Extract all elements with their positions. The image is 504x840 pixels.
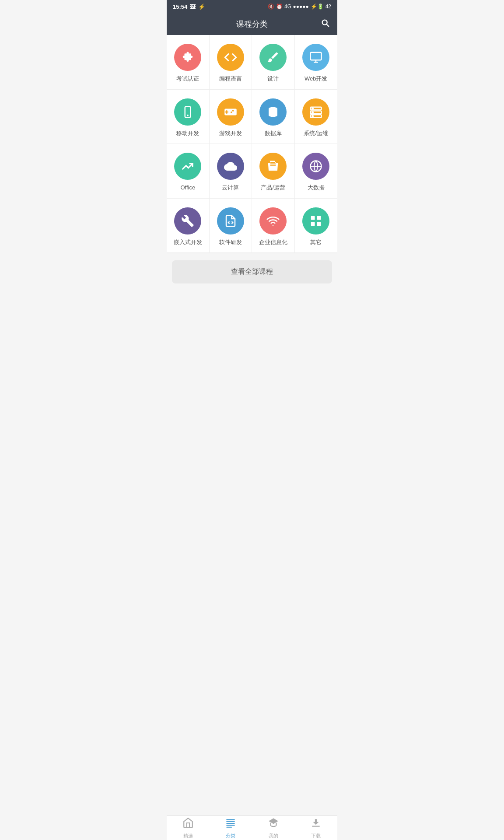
mobile-icon	[174, 98, 201, 126]
search-button[interactable]	[317, 18, 330, 30]
header: 课程分类	[167, 13, 337, 35]
code-icon	[217, 44, 244, 71]
svg-rect-2	[311, 52, 322, 60]
category-grid: 考试认证 编程语言 设计 Web开发 移动开发 游戏开发 数据库	[167, 35, 337, 253]
battery-level: 42	[326, 4, 331, 10]
status-bar: 15:54 🖼 ⚡ 🔇 ⏰ 4G ●●●●● ⚡🔋 42	[167, 0, 337, 13]
grid-icon	[302, 207, 329, 234]
category-label-software: 软件研发	[219, 239, 242, 246]
category-item-embedded[interactable]: 嵌入式开发	[167, 199, 210, 253]
category-label-enterprise: 企业信息化	[259, 239, 287, 246]
category-label-product: 产品/运营	[261, 184, 285, 191]
chart-icon	[174, 153, 201, 180]
category-label-sysops: 系统/运维	[304, 130, 328, 137]
gamepad-icon	[217, 98, 244, 126]
view-all-button[interactable]: 查看全部课程	[172, 260, 332, 284]
svg-line-1	[326, 24, 329, 26]
category-item-programming[interactable]: 编程语言	[210, 35, 252, 90]
category-label-mobile: 移动开发	[176, 130, 199, 137]
category-item-cloud[interactable]: 云计算	[210, 144, 252, 199]
category-label-office: Office	[180, 184, 195, 191]
status-icons: 🔇 ⏰ 4G ●●●●● ⚡🔋 42	[268, 4, 331, 10]
svg-rect-17	[311, 222, 315, 226]
cloud-icon	[217, 153, 244, 180]
image-icon: 🖼	[190, 4, 196, 10]
svg-rect-18	[317, 222, 321, 226]
category-label-embedded: 嵌入式开发	[174, 239, 202, 246]
globe-icon	[302, 153, 329, 180]
category-item-enterprise[interactable]: 企业信息化	[252, 199, 295, 253]
puzzle-icon	[174, 44, 201, 71]
category-label-bigdata: 大数据	[308, 184, 325, 191]
usb-icon: ⚡	[198, 4, 205, 10]
svg-point-11	[312, 108, 314, 109]
category-item-mobile[interactable]: 移动开发	[167, 90, 210, 144]
server-icon	[302, 98, 329, 126]
monitor-icon	[302, 44, 329, 71]
category-label-exam: 考试认证	[176, 75, 199, 82]
network-label: 4G ●●●●●	[284, 4, 309, 10]
category-label-web: Web开发	[304, 75, 328, 82]
wifi-icon	[259, 207, 287, 234]
mute-icon: 🔇	[268, 4, 274, 10]
bag-icon	[259, 153, 287, 180]
category-item-bigdata[interactable]: 大数据	[295, 144, 338, 199]
category-item-design[interactable]: 设计	[252, 35, 295, 90]
category-item-software[interactable]: 软件研发	[210, 199, 252, 253]
wrench-icon	[174, 207, 201, 234]
status-time: 15:54 🖼 ⚡	[173, 4, 205, 10]
category-item-office[interactable]: Office	[167, 144, 210, 199]
category-label-design: 设计	[267, 75, 279, 82]
doccode-icon	[217, 207, 244, 234]
category-item-game[interactable]: 游戏开发	[210, 90, 252, 144]
category-item-database[interactable]: 数据库	[252, 90, 295, 144]
category-label-game: 游戏开发	[219, 130, 242, 137]
category-label-programming: 编程语言	[219, 75, 242, 82]
category-item-exam[interactable]: 考试认证	[167, 35, 210, 90]
svg-point-13	[312, 116, 314, 117]
svg-rect-16	[317, 216, 321, 220]
category-label-other: 其它	[310, 239, 322, 246]
alarm-icon: ⏰	[276, 4, 283, 10]
category-item-web[interactable]: Web开发	[295, 35, 338, 90]
category-item-sysops[interactable]: 系统/运维	[295, 90, 338, 144]
brush-icon	[259, 44, 287, 71]
category-item-product[interactable]: 产品/运营	[252, 144, 295, 199]
svg-rect-15	[311, 216, 315, 220]
category-label-database: 数据库	[265, 130, 282, 137]
category-item-other[interactable]: 其它	[295, 199, 338, 253]
database-icon	[259, 98, 287, 126]
page-title: 课程分类	[187, 19, 317, 29]
battery-icon: ⚡🔋	[311, 4, 324, 10]
svg-point-12	[312, 112, 314, 113]
category-label-cloud: 云计算	[222, 184, 239, 191]
